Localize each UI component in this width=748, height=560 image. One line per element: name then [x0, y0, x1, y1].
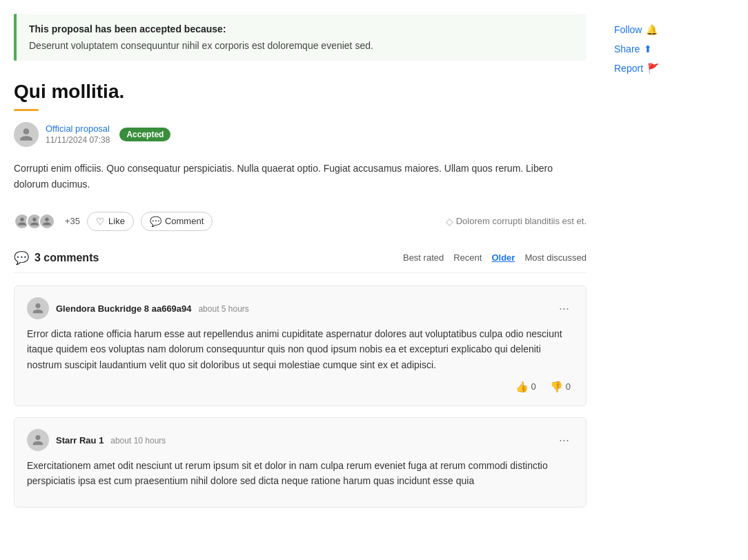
- thumbs-down-icon: 👎: [550, 381, 563, 393]
- downvote-count-1: 0: [566, 381, 571, 392]
- title-underline: [14, 109, 39, 111]
- follow-button[interactable]: Follow 🔔: [614, 24, 669, 35]
- comments-title: 💬 3 comments: [14, 250, 99, 266]
- sidebar-actions: Follow 🔔 Share ⬆ Report 🚩: [614, 21, 669, 74]
- avatar-group: [14, 213, 55, 230]
- banner-body: Deserunt voluptatem consequuntur nihil e…: [29, 40, 574, 51]
- comment-card-1: Glendora Buckridge 8 aa669a94 about 5 ho…: [14, 286, 587, 406]
- comments-sort: Best rated Recent Older Most discussed: [403, 252, 587, 263]
- comment-author-name-1: Glendora Buckridge 8 aa669a94: [56, 303, 192, 314]
- sort-older[interactable]: Older: [491, 252, 515, 263]
- comment-button[interactable]: 💬 Comment: [141, 212, 213, 231]
- likes-label: ◇ Dolorem corrupti blanditiis est et.: [446, 216, 587, 227]
- comment-author-info-1: Glendora Buckridge 8 aa669a94 about 5 ho…: [56, 303, 249, 314]
- comment-button-label: Comment: [165, 216, 204, 226]
- sort-most-discussed[interactable]: Most discussed: [524, 252, 587, 263]
- status-badge: Accepted: [119, 128, 170, 141]
- comment-avatar-2: [27, 429, 49, 451]
- comment-author-time-2: about 10 hours: [110, 436, 166, 446]
- main-content: This proposal has been accepted because:…: [0, 14, 600, 519]
- comment-text-2: Exercitationem amet odit nesciunt ut rer…: [27, 458, 573, 489]
- comments-header: 💬 3 comments Best rated Recent Older Mos…: [14, 250, 587, 273]
- comment-author-info-2: Starr Rau 1 about 10 hours: [56, 434, 166, 446]
- upvote-count-1: 0: [531, 381, 536, 392]
- comment-icon: 💬: [150, 216, 161, 227]
- author-date: 11/11/2024 07:38: [46, 135, 110, 145]
- proposal-body: Corrupti enim officiis. Quo consequatur …: [14, 161, 587, 192]
- likes-text: Dolorem corrupti blanditiis est et.: [456, 216, 587, 226]
- author-info: Official proposal 11/11/2024 07:38: [46, 123, 110, 145]
- share-icon: ⬆: [644, 43, 652, 54]
- like-count: +35: [65, 216, 80, 226]
- thumbs-up-icon: 👍: [515, 381, 529, 393]
- like-button[interactable]: ♡ Like: [87, 212, 134, 231]
- mini-avatar-3: [39, 213, 55, 230]
- comment-author-row-1: Glendora Buckridge 8 aa669a94 about 5 ho…: [27, 297, 573, 319]
- comment-menu-1[interactable]: ···: [555, 301, 573, 316]
- like-button-label: Like: [108, 216, 125, 226]
- sort-best-rated[interactable]: Best rated: [403, 252, 444, 263]
- comment-author-time-1: about 5 hours: [198, 304, 248, 314]
- comment-author-row-2: Starr Rau 1 about 10 hours ···: [27, 429, 573, 451]
- comment-vote-row-1: 👍 0 👎 0: [27, 379, 573, 394]
- comment-author-name-2: Starr Rau 1: [56, 435, 104, 446]
- like-icon: ♡: [96, 216, 105, 227]
- proposal-title: Qui mollitia.: [14, 80, 587, 103]
- upvote-button-1[interactable]: 👍 0: [513, 379, 539, 394]
- share-button[interactable]: Share ⬆: [614, 43, 669, 54]
- comment-menu-2[interactable]: ···: [555, 432, 573, 448]
- sidebar: Follow 🔔 Share ⬆ Report 🚩: [600, 14, 683, 519]
- report-label: Report: [614, 63, 643, 74]
- comments-count: 3 comments: [35, 252, 99, 264]
- accepted-banner: This proposal has been accepted because:…: [14, 14, 587, 61]
- flag-icon: 🚩: [647, 63, 659, 74]
- comment-avatar-1: [27, 297, 49, 319]
- comment-text-1: Error dicta ratione officia harum esse a…: [27, 326, 573, 372]
- action-bar: +35 ♡ Like 💬 Comment ◇ Dolorem corrupti …: [14, 212, 587, 231]
- follow-label: Follow: [614, 24, 642, 35]
- comment-card-2: Starr Rau 1 about 10 hours ··· Exercitat…: [14, 417, 587, 508]
- author-row: Official proposal 11/11/2024 07:38 Accep…: [14, 122, 587, 147]
- diamond-icon: ◇: [446, 216, 453, 227]
- comments-bubble-icon: 💬: [14, 250, 29, 266]
- avatar: [14, 122, 39, 147]
- sort-recent[interactable]: Recent: [453, 252, 482, 263]
- banner-title: This proposal has been accepted because:: [29, 23, 574, 34]
- bell-icon: 🔔: [646, 24, 658, 35]
- report-button[interactable]: Report 🚩: [614, 63, 669, 74]
- downvote-button-1[interactable]: 👎 0: [547, 379, 573, 394]
- author-label[interactable]: Official proposal: [46, 123, 110, 134]
- share-label: Share: [614, 43, 640, 54]
